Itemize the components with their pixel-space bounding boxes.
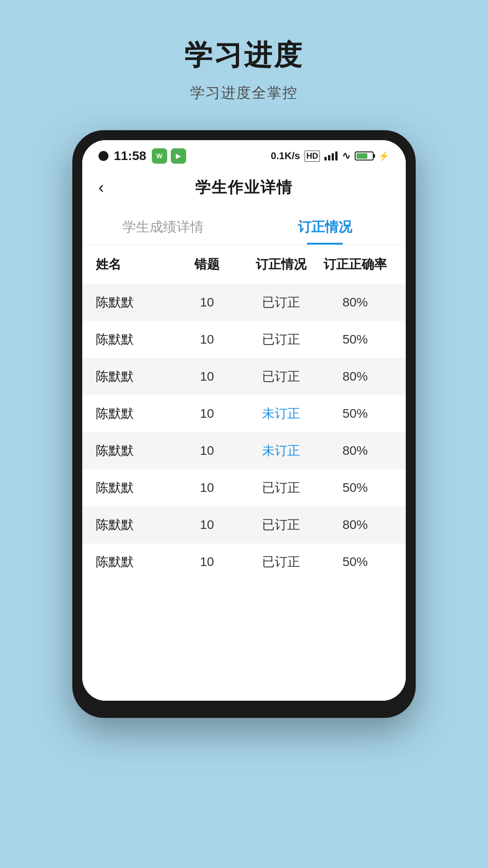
cell-wrong: 10 (170, 332, 244, 347)
page-title: 学习进度 (184, 36, 304, 74)
table-row: 陈默默 10 已订正 80% (82, 284, 406, 321)
app-header: ‹ 学生作业详情 (82, 168, 406, 207)
cell-name: 陈默默 (96, 331, 170, 348)
camera-icon (99, 151, 108, 161)
page-subtitle: 学习进度全掌控 (184, 83, 304, 103)
page-header: 学习进度 学习进度全掌控 (184, 0, 304, 130)
app-icon-1: W (152, 148, 167, 164)
cell-name: 陈默默 (96, 479, 170, 496)
cell-wrong: 10 (170, 443, 244, 458)
cell-status: 已订正 (244, 368, 318, 385)
phone-frame: 11:58 W ▶ 0.1K/s HD ∿ ⚡ (72, 130, 416, 718)
status-app-icons: W ▶ (152, 148, 186, 164)
phone-screen: 11:58 W ▶ 0.1K/s HD ∿ ⚡ (82, 140, 406, 701)
cell-wrong: 10 (170, 295, 244, 310)
table-container: 姓名 错题 订正情况 订正正确率 陈默默 10 已订正 80% 陈默默 10 已… (82, 245, 406, 701)
table-row: 陈默默 10 已订正 80% (82, 358, 406, 395)
col-header-status: 订正情况 (244, 256, 318, 273)
app-icon-2: ▶ (171, 148, 186, 164)
status-left: 11:58 W ▶ (99, 148, 186, 164)
cell-accuracy: 80% (318, 369, 392, 384)
tabs-container: 学生成绩详情 订正情况 (82, 207, 406, 245)
battery-icon (355, 151, 374, 160)
tab-corrections[interactable]: 订正情况 (244, 207, 406, 245)
cell-status: 已订正 (244, 553, 318, 571)
hd-label: HD (305, 151, 320, 162)
cell-status: 已订正 (244, 294, 318, 311)
cell-accuracy: 50% (318, 406, 392, 421)
charging-icon: ⚡ (378, 151, 389, 161)
cell-accuracy: 80% (318, 443, 392, 458)
cell-wrong: 10 (170, 481, 244, 495)
status-time: 11:58 (114, 149, 146, 163)
table-row: 陈默默 10 已订正 50% (82, 469, 406, 506)
table-row: 陈默默 10 未订正 80% (82, 432, 406, 469)
col-header-name: 姓名 (96, 256, 170, 273)
cell-status: 未订正 (244, 442, 318, 459)
cell-accuracy: 50% (318, 332, 392, 347)
signal-icon (324, 151, 338, 160)
app-header-title: 学生作业详情 (195, 177, 293, 198)
status-right: 0.1K/s HD ∿ ⚡ (271, 150, 389, 162)
cell-name: 陈默默 (96, 442, 170, 459)
table-row: 陈默默 10 已订正 80% (82, 506, 406, 543)
table-row: 陈默默 10 已订正 50% (82, 321, 406, 358)
cell-wrong: 10 (170, 555, 244, 569)
cell-name: 陈默默 (96, 405, 170, 422)
table-header: 姓名 错题 订正情况 订正正确率 (82, 245, 406, 284)
table-row: 陈默默 10 未订正 50% (82, 395, 406, 432)
cell-wrong: 10 (170, 406, 244, 421)
cell-status: 已订正 (244, 516, 318, 533)
network-speed: 0.1K/s (271, 150, 300, 162)
cell-name: 陈默默 (96, 294, 170, 311)
col-header-wrong: 错题 (170, 256, 244, 273)
cell-status: 已订正 (244, 331, 318, 348)
cell-accuracy: 50% (318, 555, 392, 569)
back-button[interactable]: ‹ (99, 178, 104, 197)
cell-accuracy: 80% (318, 518, 392, 532)
cell-accuracy: 80% (318, 295, 392, 310)
table-row: 陈默默 10 已订正 50% (82, 543, 406, 580)
col-header-accuracy: 订正正确率 (318, 256, 392, 273)
table-body: 陈默默 10 已订正 80% 陈默默 10 已订正 50% 陈默默 10 已订正… (82, 284, 406, 580)
cell-status: 已订正 (244, 479, 318, 496)
cell-accuracy: 50% (318, 481, 392, 495)
cell-wrong: 10 (170, 369, 244, 384)
cell-name: 陈默默 (96, 553, 170, 571)
tab-scores[interactable]: 学生成绩详情 (82, 207, 244, 245)
cell-name: 陈默默 (96, 516, 170, 533)
wifi-icon: ∿ (342, 150, 350, 162)
status-bar: 11:58 W ▶ 0.1K/s HD ∿ ⚡ (82, 140, 406, 168)
cell-status: 未订正 (244, 405, 318, 422)
cell-name: 陈默默 (96, 368, 170, 385)
cell-wrong: 10 (170, 518, 244, 532)
